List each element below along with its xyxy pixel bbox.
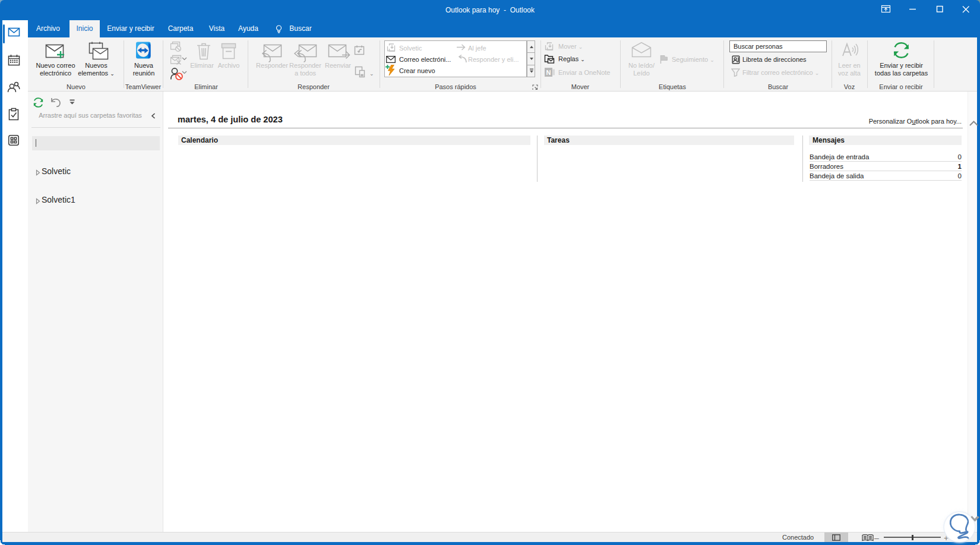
svg-text:N: N [546, 69, 551, 76]
